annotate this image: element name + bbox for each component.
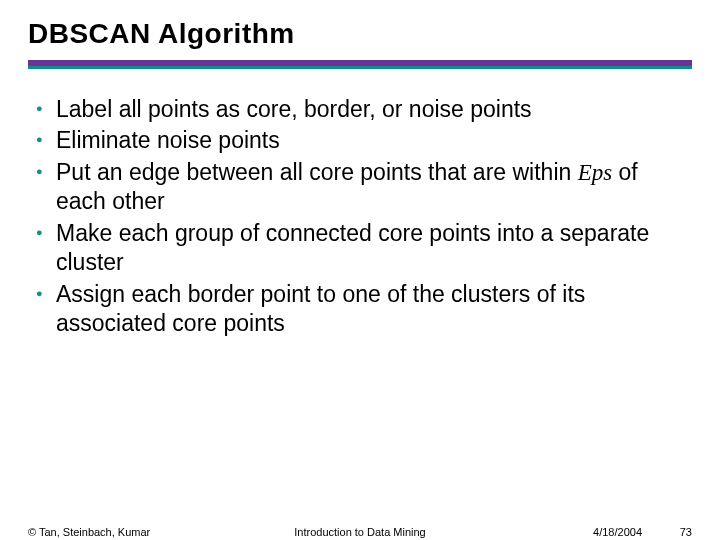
bullet-list: Label all points as core, border, or noi… (28, 95, 692, 339)
footer-page: 73 (680, 526, 692, 538)
list-item-emphasis: Eps (578, 160, 613, 185)
list-item: Assign each border point to one of the c… (36, 280, 686, 339)
list-item: Make each group of connected core points… (36, 219, 686, 278)
list-item-text: Put an edge between all core points that… (56, 159, 578, 185)
footer-date: 4/18/2004 (593, 526, 642, 538)
list-item: Put an edge between all core points that… (36, 158, 686, 217)
slide: DBSCAN Algorithm Label all points as cor… (0, 0, 720, 540)
list-item: Eliminate noise points (36, 126, 686, 155)
divider-teal (28, 66, 692, 69)
page-title: DBSCAN Algorithm (28, 18, 692, 50)
list-item: Label all points as core, border, or noi… (36, 95, 686, 124)
